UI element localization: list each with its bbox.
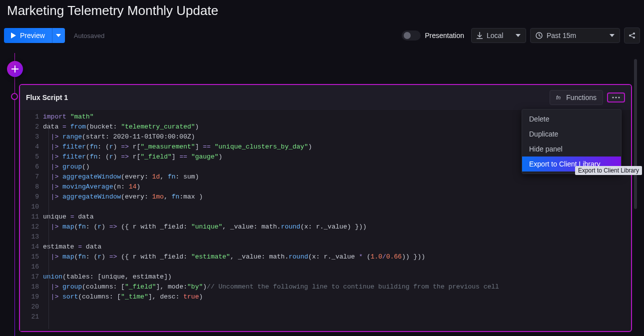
toolbar: Preview Autosaved Presentation Local Pas… (0, 28, 644, 44)
menu-item-duplicate[interactable]: Duplicate (522, 126, 621, 142)
line-number: 4 (20, 142, 39, 152)
preview-dropdown[interactable] (52, 28, 65, 43)
svg-point-7 (618, 96, 620, 98)
share-icon (629, 32, 636, 39)
plus-icon (11, 66, 18, 72)
preview-button-group: Preview (4, 28, 65, 43)
page-title: Marketing Telemetry Monthly Update (0, 0, 644, 28)
code-line[interactable]: union(tables: [unique, estimate]) (43, 272, 631, 282)
share-button[interactable] (624, 28, 640, 44)
line-number: 17 (20, 272, 39, 282)
line-number: 16 (20, 262, 39, 272)
tooltip: Export to Client Library (575, 166, 642, 175)
code-line[interactable] (43, 302, 631, 312)
svg-point-5 (612, 96, 614, 98)
code-line[interactable] (43, 232, 631, 242)
code-line[interactable]: |> sort(columns: ["_time"], desc: true) (43, 292, 631, 302)
code-line[interactable]: |> map(fn: (r) => ({ r with _field: "est… (43, 252, 631, 262)
functions-label: Functions (566, 94, 597, 102)
line-number: 11 (20, 212, 39, 222)
more-icon (612, 96, 620, 98)
caret-down-icon (56, 34, 61, 37)
menu-item-delete[interactable]: Delete (522, 112, 621, 126)
code-line[interactable]: |> movingAverage(n: 14) (43, 182, 631, 192)
code-line[interactable]: unique = data (43, 212, 631, 222)
line-number: 14 (20, 242, 39, 252)
line-number: 12 (20, 222, 39, 232)
presentation-toggle[interactable]: Presentation (402, 30, 464, 40)
line-number: 19 (20, 292, 39, 302)
indent-guide (48, 122, 49, 329)
line-number: 10 (20, 202, 39, 212)
play-icon (11, 32, 16, 38)
cell-title[interactable]: Flux Script 1 (26, 94, 68, 102)
toggle-track (402, 30, 421, 40)
code-line[interactable] (43, 312, 631, 322)
cell-menu-button[interactable] (607, 92, 625, 102)
code-line[interactable]: |> group(columns: ["_field"], mode:"by")… (43, 282, 631, 292)
caret-down-icon (516, 34, 521, 37)
code-line[interactable] (43, 262, 631, 272)
line-number: 6 (20, 162, 39, 172)
line-number: 8 (20, 182, 39, 192)
preview-button[interactable]: Preview (4, 28, 52, 43)
add-cell-button[interactable] (7, 61, 23, 77)
svg-point-6 (615, 96, 617, 98)
svg-point-2 (633, 32, 635, 34)
source-label: Local (487, 32, 503, 40)
line-number: 21 (20, 312, 39, 322)
functions-button[interactable]: fn Functions (550, 90, 603, 105)
svg-text:fn: fn (556, 94, 561, 100)
line-number: 1 (20, 112, 39, 122)
function-icon: fn (556, 94, 563, 101)
line-number: 13 (20, 232, 39, 242)
menu-item-hide-panel[interactable]: Hide panel (522, 142, 621, 156)
time-label: Past 15m (547, 32, 576, 40)
source-icon (477, 32, 483, 39)
presentation-label: Presentation (425, 32, 464, 40)
line-number: 7 (20, 172, 39, 182)
preview-label: Preview (20, 32, 45, 40)
code-line[interactable]: |> map(fn: (r) => ({ r with _field: "uni… (43, 222, 631, 232)
autosaved-status: Autosaved (69, 32, 104, 40)
caret-down-icon (610, 34, 615, 37)
line-gutter: 123456789101112131415161718192021 (20, 110, 43, 331)
time-range-select[interactable]: Past 15m (530, 28, 620, 43)
cell-header: Flux Script 1 fn Functions (20, 85, 631, 110)
line-number: 2 (20, 122, 39, 132)
toggle-thumb (404, 32, 411, 39)
line-number: 9 (20, 192, 39, 202)
svg-point-3 (633, 36, 635, 38)
page-scrollbar[interactable] (634, 59, 637, 209)
clock-icon (536, 32, 543, 39)
line-number: 3 (20, 132, 39, 142)
code-line[interactable]: |> aggregateWindow(every: 1mo, fn:max ) (43, 192, 631, 202)
cell-timeline-notch (11, 93, 18, 100)
code-line[interactable]: estimate = data (43, 242, 631, 252)
line-number: 15 (20, 252, 39, 262)
cell-context-menu: Delete Duplicate Hide panel Export to Cl… (522, 109, 622, 174)
line-number: 18 (20, 282, 39, 292)
source-select[interactable]: Local (471, 28, 526, 43)
code-line[interactable] (43, 202, 631, 212)
line-number: 20 (20, 302, 39, 312)
line-number: 5 (20, 152, 39, 162)
